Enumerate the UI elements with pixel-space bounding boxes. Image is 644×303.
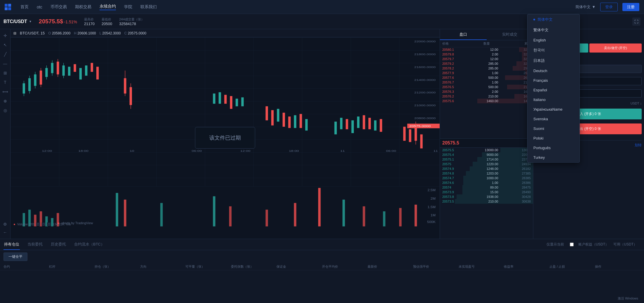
nav-perpetual[interactable]: 永续合约 bbox=[100, 4, 116, 10]
lang-item-ko[interactable]: 한국어 bbox=[528, 45, 579, 55]
buy-order-row[interactable]: 20573.915.0028490 bbox=[440, 190, 533, 194]
tab-trades[interactable]: 实时成交 bbox=[487, 29, 533, 40]
measure-tool[interactable]: ⟺ bbox=[1, 88, 9, 96]
lang-item-zhcn[interactable]: 简体中文 bbox=[528, 14, 579, 25]
svg-rect-87 bbox=[229, 206, 232, 227]
chart-type-icon: ⊟ bbox=[13, 31, 16, 35]
svg-rect-29 bbox=[91, 63, 93, 72]
buy-order-row[interactable]: 20574.81203.0027385 bbox=[440, 171, 533, 176]
svg-text:21400.0000: 21400.0000 bbox=[414, 79, 436, 81]
lang-item-it[interactable]: Italiano bbox=[528, 95, 579, 105]
lang-item-tr[interactable]: Turkey bbox=[528, 153, 579, 162]
text-tool[interactable]: T bbox=[1, 78, 9, 86]
svg-rect-52 bbox=[351, 120, 354, 133]
sell-order-row[interactable]: 20577.6500.002673 bbox=[440, 75, 533, 80]
lang-item-pl[interactable]: Polski bbox=[528, 133, 579, 143]
tab-positions[interactable]: 持有仓位 bbox=[4, 239, 20, 250]
chart-expired-notice: 该文件已过期 bbox=[195, 127, 255, 149]
cursor-tool[interactable]: ↖ bbox=[1, 41, 9, 49]
nav-home[interactable]: 首页 bbox=[20, 4, 29, 10]
buy-order-row[interactable]: 20575.11714.0023714 bbox=[440, 157, 533, 162]
sell-order-row[interactable]: 20578.2285.002959 bbox=[440, 66, 533, 71]
nav-contact[interactable]: 联系我们 bbox=[140, 4, 157, 10]
magnet-tool[interactable]: ◎ bbox=[1, 106, 9, 114]
lang-item-uk[interactable]: УкраїнськаName bbox=[528, 105, 579, 114]
tab-order-history[interactable]: 历史委托 bbox=[50, 239, 67, 250]
lang-item-zhtw[interactable]: 繁体中文 bbox=[528, 25, 579, 35]
fullscreen-icon[interactable] bbox=[632, 18, 640, 26]
svg-text:1.5M: 1.5M bbox=[427, 206, 436, 209]
buy-order-row[interactable]: 20574.71000.0028385 bbox=[440, 176, 533, 180]
lang-item-de[interactable]: Deutsch bbox=[528, 66, 579, 76]
svg-rect-59 bbox=[409, 129, 411, 142]
lang-item-ja[interactable]: 日本語 bbox=[528, 55, 579, 66]
transfer-link[interactable]: 划转 bbox=[635, 143, 642, 148]
svg-text:12:00: 12:00 bbox=[240, 149, 250, 152]
fib-tool[interactable]: ⊞ bbox=[1, 69, 9, 77]
tab-open-orders[interactable]: 当前委托 bbox=[27, 239, 43, 250]
svg-text:18:00: 18:00 bbox=[78, 149, 88, 152]
top-nav: 首页 otc 币币交易 期权交易 永续合约 学院 联系我们 简体中文 ▼ 登录 … bbox=[0, 0, 644, 14]
sell-order-row[interactable]: 20576.2210.001670 bbox=[440, 94, 533, 99]
lang-item-fi[interactable]: Suomi bbox=[528, 124, 579, 133]
sell-order-row[interactable]: 20576.71.002173 bbox=[440, 80, 533, 85]
buy-order-row[interactable]: 20573.81938.0030428 bbox=[440, 194, 533, 199]
svg-rect-56 bbox=[374, 120, 376, 130]
sell-order-row[interactable]: 20576.32.001672 bbox=[440, 89, 533, 94]
login-button[interactable]: 登录 bbox=[600, 3, 618, 11]
sell-tab[interactable]: 卖出/做空 (开空) bbox=[589, 43, 642, 53]
buy-order-row[interactable]: 20574.91248.0026182 bbox=[440, 166, 533, 171]
sell-order-row[interactable]: 20576.5500.002172 bbox=[440, 85, 533, 89]
show-current-checkbox[interactable] bbox=[570, 243, 574, 246]
buy-order-row[interactable]: 20574.61.0028386 bbox=[440, 180, 533, 185]
buy-order-row[interactable]: 20573.5210.0030638 bbox=[440, 199, 533, 204]
lang-item-fr[interactable]: Français bbox=[528, 76, 579, 85]
nav-spot[interactable]: 币币交易 bbox=[51, 4, 67, 10]
lang-item-en[interactable]: English bbox=[528, 35, 579, 45]
sell-order-row[interactable]: 20575.61460.001460 bbox=[440, 99, 533, 103]
buy-order-row[interactable]: 20575.49000.0022000 bbox=[440, 152, 533, 157]
back-tool[interactable]: ← bbox=[1, 228, 9, 236]
buy-order-row[interactable]: 205751220.0024934 bbox=[440, 162, 533, 166]
lang-item-sv[interactable]: Svenska bbox=[528, 114, 579, 124]
register-button[interactable]: 注册 bbox=[622, 3, 639, 11]
sell-order-row[interactable]: 20579.82.003258 bbox=[440, 52, 533, 57]
tradingview-label: ● charts by TradingView bbox=[57, 221, 93, 225]
svg-rect-94 bbox=[399, 208, 401, 227]
zoom-tool[interactable]: ⊕ bbox=[1, 97, 9, 105]
settings-tool[interactable]: ⚙ bbox=[1, 220, 9, 228]
nav-options[interactable]: 期权交易 bbox=[75, 4, 91, 10]
tab-orderbook[interactable]: 盘口 bbox=[440, 29, 487, 40]
bottom-panel: 持有仓位 当前委托 历史委托 合约流水（BTC） 仅显示当前 账户权益（USDT… bbox=[0, 239, 644, 303]
sell-order-row[interactable]: 20577.91.002674 bbox=[440, 71, 533, 75]
tab-ledger[interactable]: 合约流水（BTC） bbox=[74, 239, 105, 250]
svg-rect-39 bbox=[236, 99, 238, 106]
lang-item-es[interactable]: Español bbox=[528, 85, 579, 95]
svg-rect-95 bbox=[415, 205, 417, 227]
nav-academy[interactable]: 学院 bbox=[124, 4, 132, 10]
crosshair-tool[interactable]: ✛ bbox=[1, 32, 9, 40]
language-selector[interactable]: 简体中文 ▼ bbox=[575, 4, 596, 10]
nav-otc[interactable]: otc bbox=[37, 5, 42, 9]
sell-order-row[interactable]: 20580.112.003270 bbox=[440, 47, 533, 52]
svg-rect-40 bbox=[241, 97, 243, 107]
line-tool[interactable]: ╱ bbox=[1, 50, 9, 58]
horizontal-line-tool[interactable]: — bbox=[1, 60, 9, 68]
show-current-label: 仅显示当前 bbox=[546, 242, 564, 247]
sell-order-row[interactable]: 20579.2285.003244 bbox=[440, 61, 533, 66]
sell-order-row[interactable]: 20579.712.003256 bbox=[440, 57, 533, 61]
buy-order-row[interactable]: 20575.513000.0013000 bbox=[440, 148, 533, 152]
ticker-last-price: 20575.5$ bbox=[39, 18, 63, 25]
ticker-pair[interactable]: BTC/USDT ▼ bbox=[4, 19, 32, 24]
svg-rect-54 bbox=[363, 115, 365, 129]
chart-area: ⊟ BTC/USDT, 15 O 20586.2000 H 20606.1000… bbox=[11, 29, 440, 239]
onekey-close-button[interactable]: 一键全平 bbox=[4, 252, 27, 261]
lang-item-pt[interactable]: Português bbox=[528, 143, 579, 153]
logo[interactable] bbox=[5, 4, 11, 10]
svg-text:11: 11 bbox=[340, 149, 344, 152]
svg-rect-50 bbox=[340, 118, 342, 129]
bottom-tabs: 持有仓位 当前委托 历史委托 合约流水（BTC） 仅显示当前 账户权益（USDT… bbox=[0, 239, 644, 250]
svg-text:06:00: 06:00 bbox=[386, 149, 396, 152]
sell-orders: 20580.112.003270 20579.82.003258 20579.7… bbox=[440, 47, 533, 138]
buy-order-row[interactable]: 2057489.0028475 bbox=[440, 185, 533, 190]
